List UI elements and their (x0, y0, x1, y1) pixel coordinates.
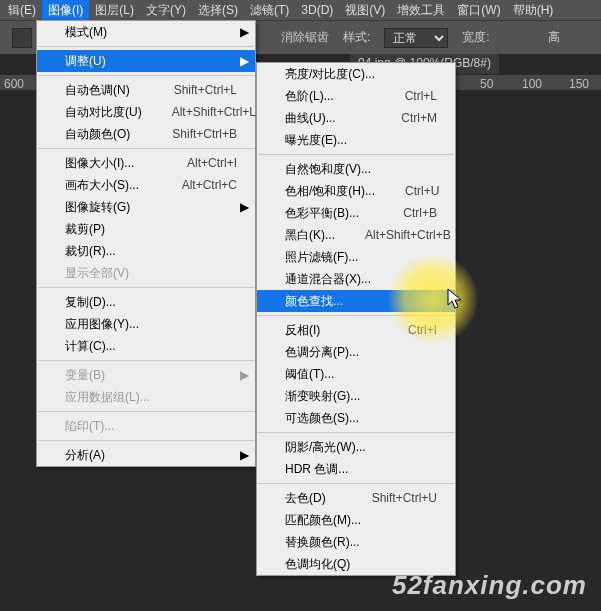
style-select[interactable]: 正常 (384, 28, 448, 48)
menuitem[interactable]: 去色(D)Shift+Ctrl+U (257, 487, 455, 509)
chevron-right-icon: ▶ (240, 448, 249, 462)
menuitem: 显示全部(V) (37, 262, 255, 284)
menuitem[interactable]: 自动颜色(O)Shift+Ctrl+B (37, 123, 255, 145)
watermark: 52fanxing.com (392, 570, 587, 601)
submenu-adjustments: 亮度/对比度(C)...色阶(L)...Ctrl+L曲线(U)...Ctrl+M… (256, 62, 456, 576)
menuitem[interactable]: 曝光度(E)... (257, 129, 455, 151)
menuitem[interactable]: 模式(M)▶ (37, 21, 255, 43)
menuitem[interactable]: 曲线(U)...Ctrl+M (257, 107, 455, 129)
menuitem[interactable]: 计算(C)... (37, 335, 255, 357)
menuitem[interactable]: HDR 色调... (257, 458, 455, 480)
menuitem[interactable]: 分析(A)▶ (37, 444, 255, 466)
width-label: 宽度: (462, 29, 489, 46)
menuitem[interactable]: 色彩平衡(B)...Ctrl+B (257, 202, 455, 224)
menuitem[interactable]: 替换颜色(R)... (257, 531, 455, 553)
menu-3[interactable]: 文字(Y) (140, 0, 192, 21)
menu-4[interactable]: 选择(S) (192, 0, 244, 21)
tool-preset-button[interactable] (12, 28, 32, 48)
menuitem[interactable]: 阴影/高光(W)... (257, 436, 455, 458)
menuitem[interactable]: 自动色调(N)Shift+Ctrl+L (37, 79, 255, 101)
chevron-right-icon: ▶ (240, 200, 249, 214)
menu-7[interactable]: 视图(V) (339, 0, 391, 21)
menuitem[interactable]: 复制(D)... (37, 291, 255, 313)
menuitem[interactable]: 颜色查找... (257, 290, 455, 312)
menuitem: 变量(B)▶ (37, 364, 255, 386)
menuitem[interactable]: 图像旋转(G)▶ (37, 196, 255, 218)
menu-10[interactable]: 帮助(H) (507, 0, 560, 21)
height-label: 高 (548, 29, 560, 46)
chevron-right-icon: ▶ (240, 25, 249, 39)
antialias-label: 消除锯齿 (281, 29, 329, 46)
menuitem[interactable]: 黑白(K)...Alt+Shift+Ctrl+B (257, 224, 455, 246)
menuitem[interactable]: 应用图像(Y)... (37, 313, 255, 335)
menuitem[interactable]: 色相/饱和度(H)...Ctrl+U (257, 180, 455, 202)
style-label: 样式: (343, 29, 370, 46)
menu-6[interactable]: 3D(D) (295, 1, 339, 19)
menuitem[interactable]: 色阶(L)...Ctrl+L (257, 85, 455, 107)
menuitem[interactable]: 亮度/对比度(C)... (257, 63, 455, 85)
menuitem[interactable]: 可选颜色(S)... (257, 407, 455, 429)
menuitem[interactable]: 匹配颜色(M)... (257, 509, 455, 531)
chevron-right-icon: ▶ (240, 54, 249, 68)
menubar: 辑(E)图像(I)图层(L)文字(Y)选择(S)滤镜(T)3D(D)视图(V)增… (0, 0, 601, 20)
menu-2[interactable]: 图层(L) (89, 0, 140, 21)
chevron-right-icon: ▶ (240, 368, 249, 382)
menuitem[interactable]: 画布大小(S)...Alt+Ctrl+C (37, 174, 255, 196)
menuitem: 应用数据组(L)... (37, 386, 255, 408)
menuitem[interactable]: 裁切(R)... (37, 240, 255, 262)
menuitem[interactable]: 自然饱和度(V)... (257, 158, 455, 180)
menu-5[interactable]: 滤镜(T) (244, 0, 295, 21)
menuitem[interactable]: 渐变映射(G)... (257, 385, 455, 407)
menu-0[interactable]: 辑(E) (2, 0, 42, 21)
menuitem[interactable]: 裁剪(P) (37, 218, 255, 240)
menuitem[interactable]: 色调分离(P)... (257, 341, 455, 363)
menu-8[interactable]: 增效工具 (391, 0, 451, 21)
menuitem[interactable]: 反相(I)Ctrl+I (257, 319, 455, 341)
menuitem[interactable]: 图像大小(I)...Alt+Ctrl+I (37, 152, 255, 174)
menuitem: 陷印(T)... (37, 415, 255, 437)
menuitem[interactable]: 照片滤镜(F)... (257, 246, 455, 268)
menuitem[interactable]: 阈值(T)... (257, 363, 455, 385)
menu-image: 模式(M)▶调整(U)▶自动色调(N)Shift+Ctrl+L自动对比度(U)A… (36, 20, 256, 467)
menu-9[interactable]: 窗口(W) (451, 0, 506, 21)
menuitem[interactable]: 通道混合器(X)... (257, 268, 455, 290)
menuitem[interactable]: 调整(U)▶ (37, 50, 255, 72)
menu-1[interactable]: 图像(I) (42, 0, 89, 21)
menuitem[interactable]: 自动对比度(U)Alt+Shift+Ctrl+L (37, 101, 255, 123)
